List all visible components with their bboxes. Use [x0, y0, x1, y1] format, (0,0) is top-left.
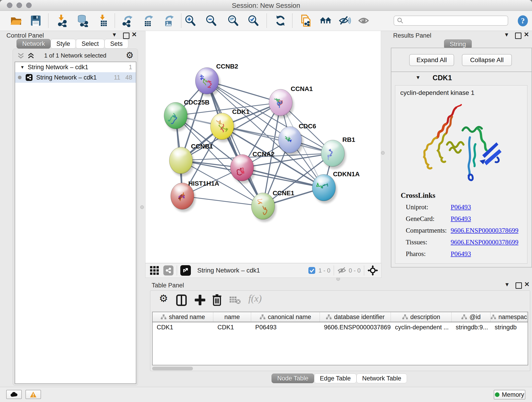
selected-checkbox-icon[interactable]	[308, 267, 316, 274]
save-session-icon[interactable]	[29, 14, 42, 27]
search-box[interactable]	[394, 16, 508, 26]
import-table-icon[interactable]	[97, 14, 110, 27]
tab-edge-table[interactable]: Edge Table	[314, 374, 356, 383]
edge-CCNB2-CCNE1[interactable]	[207, 81, 263, 206]
tab-sets[interactable]: Sets	[104, 39, 128, 49]
expand-all-button[interactable]: Expand All	[409, 54, 454, 66]
selected-count-badge: 1 - 0	[318, 267, 330, 274]
column-type-icon	[402, 314, 408, 320]
splitter-handle-left[interactable]	[140, 205, 144, 209]
tab-node-table[interactable]: Node Table	[272, 374, 314, 383]
collapse-all-button[interactable]: Collapse All	[462, 54, 512, 66]
export-table-icon[interactable]	[142, 14, 154, 27]
reposition-crosshair-icon[interactable]	[367, 265, 378, 276]
graph-node-CDC25B[interactable]: CDC25B	[164, 99, 210, 131]
node-table[interactable]: shared name name canonical name database…	[152, 312, 528, 365]
table-hscrollbar-thumb[interactable]	[152, 367, 193, 370]
close-panel-icon[interactable]: ✕	[132, 31, 137, 38]
protein-structure-image	[415, 103, 507, 185]
cloud-button[interactable]	[6, 390, 22, 399]
cell-shared-name[interactable]: CDK1	[152, 324, 213, 331]
zoom-out-icon[interactable]	[205, 14, 217, 27]
cell-database-identifier[interactable]: 9606.ENSP00000378699	[320, 324, 391, 331]
delete-column-icon[interactable]	[212, 294, 222, 306]
tab-select[interactable]: Select	[76, 39, 104, 49]
clone-network-icon[interactable]	[299, 14, 312, 27]
add-column-icon[interactable]	[194, 294, 206, 306]
memory-button[interactable]: Memory	[494, 390, 525, 400]
open-session-icon[interactable]	[10, 14, 22, 27]
cell-description[interactable]: cyclin-dependent ...	[391, 324, 452, 331]
zoom-fit-icon[interactable]	[227, 14, 239, 27]
column-header-namespac[interactable]: namespac	[491, 312, 527, 322]
column-header-database-identifier[interactable]: database identifier	[320, 312, 391, 322]
column-header-name[interactable]: name	[213, 312, 251, 322]
tab-network-table[interactable]: Network Table	[356, 374, 407, 383]
string-home-icon[interactable]	[319, 14, 332, 27]
function-builder-icon[interactable]: f(x)	[248, 293, 262, 304]
open-in-new-icon[interactable]	[180, 265, 191, 276]
import-network-icon[interactable]	[56, 14, 69, 27]
float-panel-icon[interactable]	[515, 282, 522, 289]
panel-menu-icon[interactable]: ▾	[113, 31, 116, 38]
gear-icon[interactable]: ⚙	[126, 50, 133, 60]
cell-namespac[interactable]: stringdb	[491, 324, 527, 331]
float-panel-icon[interactable]	[123, 32, 129, 39]
node-label-HIST1H1A: HIST1H1A	[188, 180, 219, 187]
hide-unhide-icon[interactable]	[338, 14, 351, 27]
show-columns-icon[interactable]	[176, 294, 187, 306]
help-icon[interactable]: ?	[517, 15, 529, 27]
panel-menu-icon[interactable]: ▾	[505, 281, 509, 288]
zoom-selected-icon[interactable]	[247, 14, 260, 27]
crosslink-value[interactable]: P06493	[451, 203, 471, 211]
cell-canonical-name[interactable]: P06493	[251, 324, 320, 331]
graph-node-HIST1H1A[interactable]: HIST1H1A	[171, 180, 219, 212]
export-network-icon[interactable]	[121, 14, 134, 27]
graph-node-RB1[interactable]: RB1	[321, 136, 355, 169]
graph-node-CCNE1[interactable]: CCNE1	[251, 190, 294, 222]
cell-id[interactable]: stringdb:9...	[452, 324, 491, 331]
refresh-icon[interactable]	[274, 14, 287, 27]
table-settings-gear-icon[interactable]: ⚙	[159, 293, 168, 304]
close-panel-icon[interactable]: ✕	[524, 281, 530, 288]
collection-expand-icon[interactable]: ▾	[21, 64, 24, 70]
float-panel-icon[interactable]	[515, 32, 521, 39]
graph-node-CDK1[interactable]: CDK1	[210, 108, 249, 142]
warnings-button[interactable]	[25, 390, 41, 399]
network-share-icon[interactable]	[163, 265, 173, 275]
show-graphics-icon[interactable]	[358, 14, 370, 27]
crosslink-value[interactable]: 9606.ENSP00000378699	[451, 227, 519, 234]
panel-menu-icon[interactable]: ▾	[505, 31, 508, 38]
column-header-canonical-name[interactable]: canonical name	[251, 312, 320, 322]
delete-table-icon[interactable]	[229, 296, 241, 305]
table-row[interactable]: CDK1CDK1P064939606.ENSP00000378699cyclin…	[152, 322, 528, 332]
network-canvas[interactable]: CCNB2 CCNA1 CDC25B CDK1 CDC6 RB1 CCNB1	[145, 31, 381, 263]
graph-node-CCNA1[interactable]: CCNA1	[269, 85, 313, 118]
graph-node-CDC6[interactable]: CDC6	[278, 123, 316, 156]
graph-node-CCNB2[interactable]: CCNB2	[196, 63, 238, 97]
hidden-eye-icon[interactable]	[337, 267, 346, 274]
network-row-selected[interactable]: String Network – cdk1 11 48	[15, 72, 136, 83]
crosslink-value[interactable]: P06493	[451, 250, 471, 258]
column-type-icon	[260, 314, 266, 320]
crosslink-value[interactable]: 9606.ENSP00000378699	[451, 238, 519, 246]
collection-row[interactable]: ▾ String Network – cdk1 1	[15, 62, 136, 72]
graph-node-CDKN1A[interactable]: CDKN1A	[312, 171, 360, 204]
import-database-icon[interactable]	[76, 14, 89, 27]
search-input[interactable]	[404, 17, 501, 25]
tab-network[interactable]: Network	[17, 39, 51, 49]
column-header-shared-name[interactable]: shared name	[152, 312, 213, 322]
column-header-description[interactable]: description	[391, 312, 452, 322]
close-panel-icon[interactable]: ✕	[524, 31, 529, 38]
crosslink-value[interactable]: P06493	[451, 215, 471, 223]
table-hscrollbar[interactable]	[152, 367, 528, 370]
zoom-in-icon[interactable]	[184, 14, 196, 27]
cell-name[interactable]: CDK1	[213, 324, 251, 331]
export-image-icon[interactable]	[162, 14, 175, 27]
column-header-id[interactable]: @id	[452, 312, 491, 322]
crosslink-row-uniprot: Uniprot: P06493	[406, 203, 527, 211]
section-collapse-icon[interactable]: ▾	[417, 74, 419, 81]
birdseye-grid-icon[interactable]	[150, 266, 159, 275]
tab-style[interactable]: Style	[51, 39, 76, 49]
search-icon	[397, 17, 404, 24]
